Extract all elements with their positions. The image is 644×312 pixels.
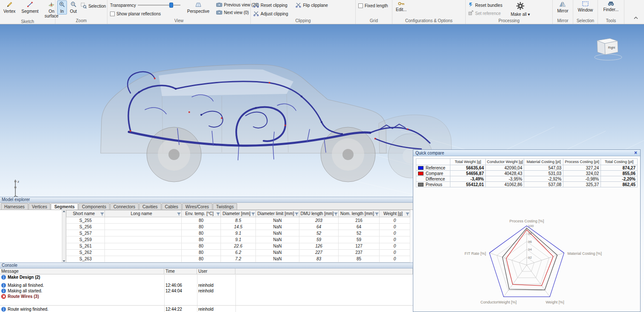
- table-row[interactable]: S_263807.2NaN83850: [67, 256, 410, 262]
- perspective-label: Perspective: [187, 9, 209, 14]
- tab-components[interactable]: Components: [78, 203, 110, 210]
- console-group-label: Route Wires (3): [8, 294, 39, 299]
- vertex-button[interactable]: Vertex: [2, 0, 17, 15]
- column-header[interactable]: Env. temp. [°C]: [182, 210, 221, 217]
- camera-forward-icon: [216, 10, 222, 15]
- column-header[interactable]: Nom. length [mm]: [339, 210, 380, 217]
- zoom-selection-button[interactable]: Selection: [80, 2, 107, 10]
- set-reference-button[interactable]: Set reference: [467, 10, 503, 17]
- checkbox-icon[interactable]: [358, 3, 363, 8]
- table-row[interactable]: S_259809.1NaN59590: [67, 236, 410, 243]
- vertical-scrollbar[interactable]: [62, 210, 66, 262]
- column-header[interactable]: Weight [g]: [380, 210, 410, 217]
- mirror-button[interactable]: Mirror: [555, 0, 570, 14]
- view-cube[interactable]: Right: [595, 38, 622, 60]
- info-icon: [1, 275, 6, 280]
- tab-twistings[interactable]: Twistings: [213, 203, 237, 210]
- filter-icon[interactable]: [100, 212, 104, 217]
- column-header[interactable]: Short name: [67, 210, 105, 217]
- column-header-message[interactable]: Message: [0, 268, 164, 274]
- column-header: Total Costing [pt]: [601, 159, 638, 165]
- model-explorer-title[interactable]: Model explorer: [0, 197, 413, 203]
- table-row[interactable]: S_255808.5NaN2032160: [67, 217, 410, 224]
- fixed-length-checkbox[interactable]: Fixed length: [357, 3, 389, 9]
- planar-reflections-checkbox[interactable]: Show planar reflections: [109, 11, 181, 17]
- column-header[interactable]: DMU length [mm]: [299, 210, 339, 217]
- window-selection-button[interactable]: Window: [576, 0, 595, 13]
- zoom-in-label: In: [60, 9, 64, 14]
- console-title[interactable]: Console: [0, 262, 413, 268]
- table-row[interactable]: S_257809.1NaN52520: [67, 230, 410, 236]
- console-group-row[interactable]: Make Design (2): [0, 274, 413, 280]
- tab-segments[interactable]: Segments: [51, 203, 78, 210]
- ribbon-group-label-view: View: [107, 18, 250, 24]
- edit-configurations-button[interactable]: Edit...: [394, 0, 409, 13]
- column-header-user[interactable]: User: [197, 268, 235, 274]
- reset-clipping-button[interactable]: Reset clipping: [252, 2, 289, 9]
- perspective-button[interactable]: Perspective: [186, 1, 211, 15]
- filter-icon[interactable]: [251, 212, 255, 217]
- segment-button[interactable]: Segment: [20, 0, 40, 15]
- ribbon-group-view: Transparency Show planar reflections Per…: [107, 0, 251, 24]
- adjust-clipping-button[interactable]: Adjust clipping: [252, 10, 289, 17]
- column-header-time[interactable]: Time: [164, 268, 197, 274]
- zoom-out-icon: [70, 1, 77, 9]
- transparency-label: Transparency: [110, 3, 136, 8]
- svg-text:98: 98: [528, 232, 532, 236]
- column-header-filler: [235, 268, 413, 274]
- slider-thumb[interactable]: [169, 3, 173, 8]
- tab-cavities[interactable]: Cavities: [139, 203, 161, 210]
- tab-wires-cores[interactable]: Wires/Cores: [182, 203, 212, 210]
- filter-icon[interactable]: [406, 212, 409, 217]
- ribbon-group-mirror: Mirror Mirror: [553, 0, 573, 24]
- gear-icon: [516, 1, 525, 12]
- reset-bundles-button[interactable]: Reset bundles: [467, 2, 503, 9]
- checkbox-icon[interactable]: [110, 12, 115, 16]
- make-all-button[interactable]: Make all ▾: [508, 0, 532, 18]
- zoom-out-button[interactable]: Out: [68, 0, 78, 15]
- filter-icon[interactable]: [334, 212, 338, 217]
- tab-vertices[interactable]: Vertices: [29, 203, 51, 210]
- quick-compare-titlebar[interactable]: Quick compare ×: [413, 150, 640, 156]
- radar-chart-container: 10098969492Process Costing [%]Material C…: [413, 213, 641, 312]
- finder-label: Finder...: [603, 7, 618, 12]
- zoom-in-button[interactable]: In: [57, 0, 67, 15]
- scissors-icon: [296, 2, 301, 9]
- reset-bundles-icon: [468, 2, 473, 8]
- scissors-icon: [253, 11, 259, 17]
- column-header[interactable]: Diameter [mm]: [221, 210, 256, 217]
- console-message-row[interactable]: Making all finished. 12:46:06 reinhold: [0, 283, 413, 288]
- svg-text:92: 92: [528, 256, 532, 260]
- scroll-down-icon[interactable]: [63, 260, 65, 262]
- collapse-ribbon-button[interactable]: [631, 13, 641, 22]
- vertex-label: Vertex: [3, 9, 15, 14]
- column-header[interactable]: Diameter limit [mm]: [256, 210, 299, 217]
- console-message-row[interactable]: Making all started. 12:44:04 reinhold: [0, 288, 413, 294]
- console-group-row[interactable]: Route Wires (3): [0, 294, 413, 299]
- console-message-row[interactable]: Route wiring finished. 12:44:22 reinhold: [0, 306, 413, 312]
- edit-label: Edit...: [396, 7, 407, 12]
- table-row[interactable]: S_262806.2NaN2272370: [67, 249, 410, 256]
- tab-cables[interactable]: Cables: [162, 203, 182, 210]
- close-icon[interactable]: ×: [633, 151, 638, 155]
- tab-harnesses[interactable]: Harnesses: [1, 203, 28, 210]
- filter-icon[interactable]: [216, 212, 220, 217]
- zoom-selection-label: Selection: [88, 4, 106, 9]
- table-row[interactable]: S_2618022.6NaN1261270: [67, 243, 410, 249]
- scroll-up-icon[interactable]: [63, 210, 65, 212]
- filter-icon[interactable]: [295, 212, 299, 217]
- svg-text:Process Costing [%]: Process Costing [%]: [509, 219, 544, 223]
- ribbon-group-label-selection: Selection: [573, 18, 598, 24]
- transparency-slider[interactable]: [138, 2, 180, 8]
- flip-clipplane-button[interactable]: Flip clipplane: [295, 2, 328, 9]
- table-row[interactable]: S_2568014.5NaN64640: [67, 224, 410, 230]
- tab-connectors[interactable]: Connectors: [110, 203, 139, 210]
- filter-icon[interactable]: [177, 212, 181, 217]
- column-header: Process Costing [pt]: [563, 159, 601, 165]
- finder-button[interactable]: Finder...: [601, 0, 620, 13]
- axis-z-label: z: [17, 180, 19, 184]
- console-group-label: Make Design (2): [8, 275, 40, 280]
- console-user: reinhold: [197, 307, 235, 312]
- column-header[interactable]: Long name: [105, 210, 182, 217]
- filter-icon[interactable]: [375, 212, 379, 217]
